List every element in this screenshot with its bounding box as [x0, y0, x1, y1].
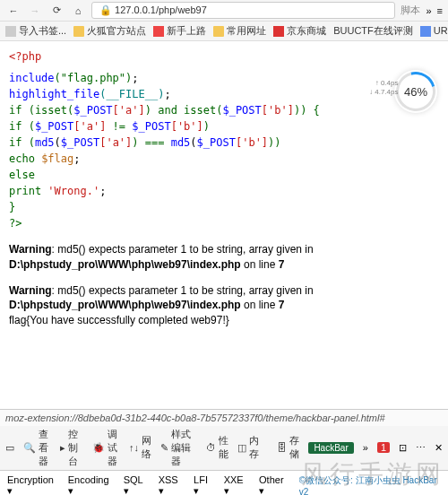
reload-button[interactable]: ⟳	[48, 3, 65, 19]
menu-encryption[interactable]: Encryption ▾	[7, 474, 59, 495]
tab-debugger[interactable]: 🐞调试器	[92, 428, 120, 468]
menu-xxe[interactable]: XXE ▾	[224, 474, 250, 495]
menu-encoding[interactable]: Encoding ▾	[68, 474, 115, 495]
tab-inspector[interactable]: 🔍查看器	[23, 428, 51, 468]
menu-lfi[interactable]: LFI ▾	[194, 474, 215, 495]
bookmark-folder-changyong[interactable]: 常用网址	[213, 24, 266, 38]
php-output: Warning: md5() expects parameter 1 to be…	[0, 239, 448, 328]
devtools-dock-icon[interactable]: ⊡	[399, 442, 407, 454]
bookmark-folder-huohu[interactable]: 火狐官方站点	[73, 24, 146, 38]
gauge-value: 46%	[404, 85, 427, 99]
bookmark-buuctf[interactable]: BUUCTF在线评测	[333, 24, 413, 38]
menu-other[interactable]: Other ▾	[259, 474, 290, 495]
php-source: <?php include("flag.php"); highlight_fil…	[0, 41, 448, 239]
devtools-close-icon[interactable]: ✕	[435, 442, 443, 454]
menu-icon[interactable]: ≡	[437, 5, 443, 16]
back-button[interactable]: ←	[5, 3, 22, 19]
tab-storage[interactable]: 🗄存储	[277, 434, 299, 461]
hackbar-menubar: Encryption ▾ Encoding ▾ SQL ▾ XSS ▾ LFI …	[0, 471, 448, 495]
bookmark-xinshou[interactable]: 新手上路	[153, 24, 206, 38]
more-chevron[interactable]: »	[426, 5, 431, 16]
url-hint: 脚本	[401, 4, 420, 17]
tab-hackbar[interactable]: HackBar	[308, 442, 353, 454]
tab-network[interactable]: ↑↓网络	[129, 434, 151, 461]
bookmark-urltool[interactable]: URL 编码/解码	[420, 24, 448, 38]
devtools-badge[interactable]: 1	[377, 442, 390, 453]
tab-style[interactable]: ✎样式编辑器	[160, 428, 197, 468]
url-text: 127.0.0.1/php/web97	[115, 4, 207, 15]
url-bar[interactable]: 🔒 127.0.0.1/php/web97	[91, 2, 395, 19]
bookmark-import[interactable]: 导入书签...	[5, 24, 66, 38]
tab-memory[interactable]: ◫内存	[237, 434, 259, 461]
menu-xss[interactable]: XSS ▾	[159, 474, 185, 495]
forward-button[interactable]: →	[27, 3, 43, 19]
menu-sql[interactable]: SQL ▾	[124, 474, 150, 495]
devtools-url: moz-extension://8dbeba0d-31b2-440c-b0a8-…	[0, 409, 448, 426]
home-button[interactable]: ⌂	[70, 3, 86, 19]
devtools-tabbar: ▭ 🔍查看器 ▸控制台 🐞调试器 ↑↓网络 ✎样式编辑器 ⏱性能 ◫内存 🗄存储…	[0, 426, 448, 471]
flag-output: flag{You have successfully completed web…	[9, 313, 439, 328]
hackbar-credit: ©微信公众号: 江南小虫虫 HackBar v2	[299, 474, 441, 495]
tab-console[interactable]: ▸控制台	[60, 428, 83, 468]
devtools-menu-icon[interactable]: ⋯	[416, 442, 426, 454]
tab-perf[interactable]: ⏱性能	[206, 434, 228, 461]
speed-gauge: ↑ 0.4ps↓ 4.7.4ps 46%	[394, 70, 437, 113]
bookmark-jd[interactable]: 京东商城	[273, 24, 326, 38]
devtools-inspector-icon[interactable]: ▭	[5, 442, 14, 454]
devtools-overflow[interactable]: »	[363, 442, 368, 453]
